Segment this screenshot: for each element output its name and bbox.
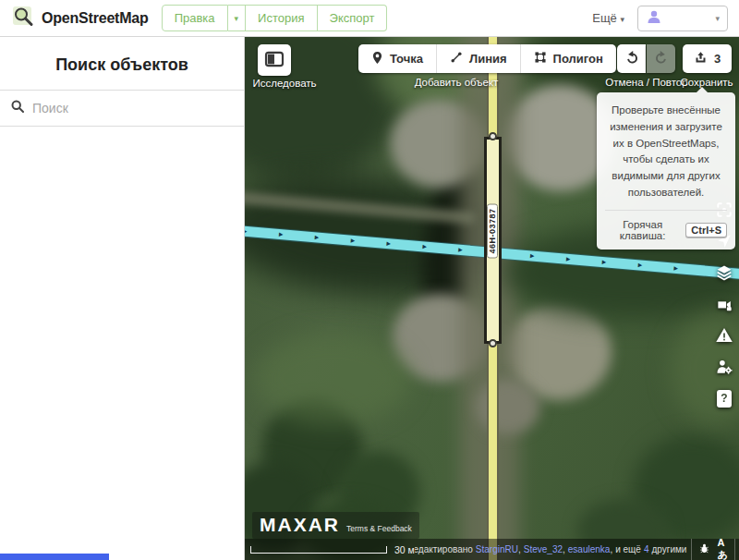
user-avatar-icon [646,8,662,28]
undo-icon [624,49,640,68]
search-input[interactable] [32,101,233,116]
chevron-down-icon: ▾ [620,15,624,24]
way-vertex[interactable] [489,339,497,347]
search-bar [0,90,244,127]
search-sidebar: Поиск объектов [0,37,245,560]
photo-overlays-icon[interactable] [714,294,734,314]
more-label: Ещё [592,11,617,25]
save-count-badge: 3 [714,52,721,66]
way-vertex[interactable] [489,132,497,140]
contributors-more-pre: и ещё [615,544,641,554]
sidebar-title: Поиск объектов [0,37,244,90]
terms-feedback-link[interactable]: Terms & Feedback [346,524,412,533]
nav-button-group: Правка ▾ История Экспорт [162,5,388,31]
imagery-attribution: MAXAR Terms & Feedback [252,512,419,539]
navbar-right: Ещё ▾ ▾ [592,6,728,31]
history-button[interactable]: История [246,5,317,31]
export-button[interactable]: Экспорт [318,5,388,31]
add-line-button[interactable]: Линия [436,44,520,73]
chevron-down-icon: ▾ [235,14,239,23]
add-point-button[interactable]: Точка [358,44,436,73]
hotkey-row: Горячая клавиша: Ctrl+S [605,210,727,241]
explore-label: Исследовать [245,78,324,89]
map-status-bar: 30 м Отредактировано StarginRU Steve_32 … [245,539,739,560]
scale-bar [250,546,387,554]
user-menu-button[interactable]: ▾ [637,6,728,31]
layers-icon[interactable] [714,262,734,283]
save-tooltip-text: Проверьте внесённые изменения и загрузит… [605,103,727,201]
add-polygon-label: Полигон [553,52,603,66]
contributors-more-post: другими [651,544,686,554]
brand-title: OpenStreetMap [42,10,149,27]
contributors-more-count[interactable]: 4 [644,544,649,554]
maxar-logo: MAXAR [260,514,340,536]
issues-warning-icon[interactable] [714,325,734,346]
contributors-prefix: Отредактировано [415,544,473,554]
redo-button-disabled [647,44,675,73]
contributor-link[interactable]: Steve_32 [524,544,565,554]
hotkey-label: Горячая клавиша: [605,219,680,241]
edit-dropdown-caret[interactable]: ▾ [228,5,247,31]
map-canvas[interactable]: 46Н-03787 Исследовать Точка [245,37,739,560]
line-segment-icon [450,51,463,67]
contributor-link[interactable]: esaulenka [568,544,612,554]
add-polygon-button[interactable]: Полигон [520,44,616,73]
status-icon-group: Aあ [691,539,734,560]
report-bug-icon[interactable] [698,542,710,556]
save-button[interactable]: 3 [683,44,732,73]
satellite-texture [254,333,411,425]
add-object-label: Добавить объект [358,77,554,88]
help-question-glyph: ? [717,390,732,408]
save-tooltip: Проверьте внесённые изменения и загрузит… [597,92,735,250]
footer-link-strip [0,554,109,560]
edit-button[interactable]: Правка [162,5,228,31]
satellite-texture [476,379,540,434]
hotkey-kbd: Ctrl+S [685,223,727,237]
map-pin-icon [371,51,383,67]
redo-icon [653,49,670,68]
osm-id-editor: OpenStreetMap Правка ▾ История Экспорт Е… [0,0,739,560]
contributors: Отредактировано StarginRU Steve_32 esaul… [415,544,690,554]
road-ref-label: 46Н-03787 [487,203,498,258]
contributor-link[interactable]: StarginRU [476,544,521,554]
sidebar-toggle-icon [264,51,285,70]
locale-switcher-icon[interactable]: Aあ [717,537,727,560]
chevron-down-icon: ▾ [715,14,720,23]
preferences-user-gear-icon[interactable] [714,357,734,377]
scale-label: 30 м [394,544,415,555]
osm-logo-icon [11,5,35,32]
upload-save-icon [694,51,708,67]
more-menu[interactable]: Ещё ▾ [592,11,624,25]
add-line-label: Линия [469,52,507,66]
search-icon [11,100,24,116]
top-navbar: OpenStreetMap Правка ▾ История Экспорт Е… [0,0,739,37]
help-icon[interactable]: ? [714,388,734,408]
add-object-group: Точка Линия [358,44,616,73]
add-point-label: Точка [390,52,423,66]
undo-button[interactable] [617,44,646,73]
brand[interactable]: OpenStreetMap [11,5,149,32]
explore-mode-button[interactable] [258,44,291,76]
polygon-icon [534,51,547,67]
